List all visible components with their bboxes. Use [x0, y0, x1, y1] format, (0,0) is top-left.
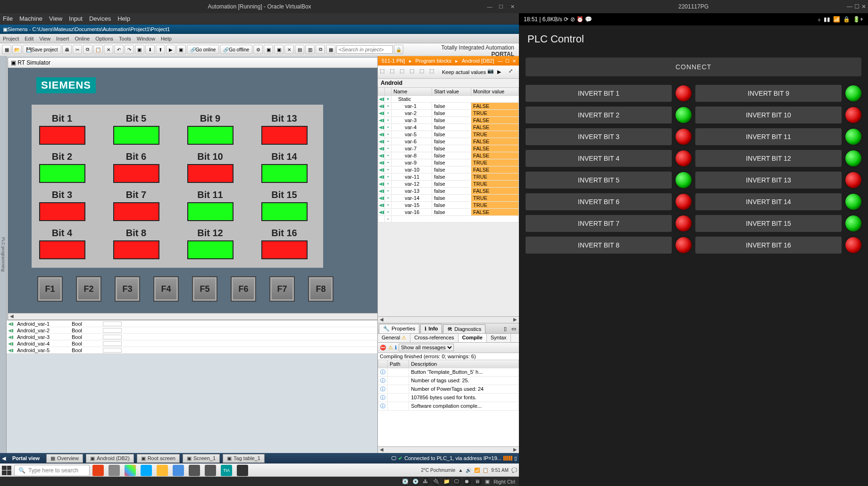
tia-side-tab[interactable]: PLC programming: [0, 56, 7, 453]
close-button[interactable]: ✕: [508, 2, 517, 11]
compile-message-row[interactable]: ⓘNumber of PowerTags used: 24: [378, 385, 519, 393]
undo-button[interactable]: ↶: [114, 45, 124, 54]
tag-value[interactable]: [103, 328, 122, 333]
db-var-row[interactable]: ◀▮•var-15falseTRUE: [378, 202, 519, 209]
db-col-monitor[interactable]: Monitor value: [471, 88, 519, 96]
panel-layout-2[interactable]: ▭: [511, 326, 518, 332]
db-var-start[interactable]: false: [432, 173, 471, 181]
taskbar-app-chrome[interactable]: [125, 465, 136, 476]
fkey-f2[interactable]: F2: [76, 276, 101, 302]
go-offline-button[interactable]: 🔗 Go offline: [220, 45, 252, 54]
windows-search-input[interactable]: 🔍 Type here to search: [14, 465, 90, 476]
vbox-usb-icon[interactable]: 🔌: [433, 478, 440, 485]
invert-bit-button[interactable]: INVERT BIT 5: [526, 172, 672, 189]
tray-net-icon[interactable]: 📶: [474, 468, 480, 473]
msg-info-icon[interactable]: ℹ: [395, 345, 397, 351]
new-project-button[interactable]: ▦: [2, 45, 11, 54]
simulate-button[interactable]: ▶: [166, 45, 175, 54]
invert-bit-button[interactable]: INVERT BIT 1: [526, 85, 672, 102]
tag-value[interactable]: [103, 341, 122, 346]
expand-icon[interactable]: ▾: [385, 96, 392, 103]
tray-notifications-icon[interactable]: 💬: [511, 468, 517, 473]
tb-4[interactable]: ✕: [284, 45, 294, 54]
db-var-row[interactable]: ◀▮•var-9falseTRUE: [378, 159, 519, 166]
db-var-start[interactable]: false: [432, 110, 471, 117]
db-var-row[interactable]: ◀▮•var-10falseFALSE: [378, 166, 519, 173]
compile-button[interactable]: ▣: [135, 45, 144, 54]
tray-clip-icon[interactable]: 📋: [483, 468, 488, 473]
invert-bit-button[interactable]: INVERT BIT 4: [526, 150, 672, 167]
task-tab-screen1[interactable]: ▣ Screen_1: [183, 454, 220, 463]
db-var-row[interactable]: ◀▮•var-5falseTRUE: [378, 131, 519, 138]
tb-7[interactable]: ⧉: [316, 45, 325, 54]
subtab-syntax[interactable]: Syntax: [487, 334, 511, 342]
project-search-input[interactable]: [336, 45, 393, 54]
tray-up-icon[interactable]: ▲: [458, 468, 463, 473]
hmi-bit-indicator[interactable]: [187, 126, 234, 145]
hmi-bit-indicator[interactable]: [39, 126, 85, 145]
fkey-f1[interactable]: F1: [37, 276, 63, 302]
tag-value[interactable]: [103, 321, 122, 326]
menu-machine[interactable]: Machine: [19, 15, 42, 22]
db-col-start[interactable]: Start value: [432, 88, 471, 96]
portal-view-arrow-icon[interactable]: ◀: [2, 455, 6, 461]
weather-widget[interactable]: 2°C Pochmurnie: [421, 468, 455, 473]
db-var-start[interactable]: false: [432, 131, 471, 138]
invert-bit-button[interactable]: INVERT BIT 2: [526, 107, 672, 124]
keep-actual-values-label[interactable]: Keep actual values: [442, 69, 486, 75]
delete-button[interactable]: ✕: [104, 45, 113, 54]
db-tb-2[interactable]: ⬚: [390, 68, 398, 76]
tia-menu-insert[interactable]: Insert: [56, 36, 69, 41]
tb-2[interactable]: ▣: [264, 45, 273, 54]
db-var-start[interactable]: false: [432, 209, 471, 216]
db-var-row[interactable]: ◀▮•var-16falseFALSE: [378, 209, 519, 216]
compile-message-row[interactable]: ⓘSoftware compilation comple...: [378, 402, 519, 410]
hmi-bit-indicator[interactable]: [187, 240, 234, 259]
db-var-start[interactable]: false: [432, 166, 471, 173]
hmi-bit-indicator[interactable]: [261, 240, 308, 259]
hmi-bit-indicator[interactable]: [187, 164, 234, 183]
cut-button[interactable]: ✂: [73, 45, 82, 54]
tia-menu-tools[interactable]: Tools: [119, 36, 131, 41]
compile-message-row[interactable]: ⓘNumber of tags used: 25.: [378, 376, 519, 385]
tag-value[interactable]: [103, 335, 122, 339]
db-arrow-right-icon[interactable]: ▶: [497, 69, 501, 75]
maximize-button[interactable]: ☐: [496, 2, 506, 11]
subtab-crossref[interactable]: Cross-references: [410, 334, 458, 342]
tab-diagnostics[interactable]: 🛠Diagnostics: [443, 324, 485, 333]
taskbar-app-explorer[interactable]: [157, 465, 168, 476]
save-project-button[interactable]: 💾 Save project: [23, 45, 61, 54]
db-var-start[interactable]: false: [432, 188, 471, 195]
vbox-rec-icon[interactable]: ⏺: [464, 478, 471, 485]
fkey-f3[interactable]: F3: [115, 276, 140, 302]
task-scroll-icon[interactable]: ▯: [514, 455, 517, 461]
hmi-bit-indicator[interactable]: [261, 126, 308, 145]
compile-message-row[interactable]: ⓘ107856 bytes used for fonts.: [378, 393, 519, 402]
tia-menu-window[interactable]: Window: [137, 36, 155, 41]
bc-1[interactable]: Program blocks: [416, 58, 451, 64]
error-icon[interactable]: ⛔: [380, 345, 386, 351]
subtab-compile[interactable]: Compile: [459, 334, 487, 342]
phone-minimize-button[interactable]: —: [847, 3, 852, 10]
portal-view-button[interactable]: Portal view: [8, 455, 43, 461]
fkey-f7[interactable]: F7: [269, 276, 295, 302]
tb-1[interactable]: ⚙: [253, 45, 263, 54]
start-runtime-button[interactable]: ▣: [176, 45, 186, 54]
phone-maximize-button[interactable]: ☐: [854, 3, 860, 10]
vbox-display-icon[interactable]: 🖵: [454, 478, 460, 485]
tab-info[interactable]: ℹInfo: [420, 324, 442, 333]
taskbar-app-1[interactable]: [92, 465, 104, 476]
warning-icon[interactable]: ⚠: [388, 345, 393, 351]
vbox-disk-icon[interactable]: 💽: [402, 478, 409, 485]
db-tb-1[interactable]: ⬚: [380, 68, 388, 76]
db-var-start[interactable]: false: [432, 124, 471, 131]
lock-button[interactable]: 🔒: [394, 45, 403, 54]
subtab-general[interactable]: General ⚠: [378, 334, 410, 342]
db-var-start[interactable]: false: [432, 103, 471, 110]
db-static-section[interactable]: Static: [392, 96, 519, 103]
tia-menu-online[interactable]: Online: [75, 36, 90, 41]
db-var-row[interactable]: ◀▮•var-11falseTRUE: [378, 173, 519, 181]
compile-message-row[interactable]: ⓘButton 'Template_Button_5' h...: [378, 368, 519, 376]
redo-button[interactable]: ↷: [125, 45, 134, 54]
message-filter-select[interactable]: Show all messages: [399, 344, 454, 351]
